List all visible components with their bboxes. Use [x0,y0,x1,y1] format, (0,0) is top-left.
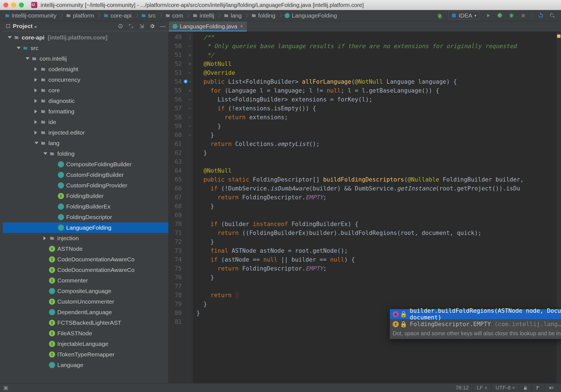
tree-node-diagnostic[interactable]: diagnostic [3,96,168,106]
update-project-icon[interactable] [537,12,544,19]
close-tab-icon[interactable]: × [240,23,243,29]
tab-languagefolding[interactable]: C LanguageFolding.java × [169,21,247,31]
svg-point-4 [120,26,121,26]
tree-node-astnode[interactable]: IASTNode [3,244,168,254]
navigation-bar: intellij-communityplatformcore-apisrccom… [0,10,561,21]
run-icon[interactable] [484,12,492,19]
tree-node-languagefolding[interactable]: CLanguageFolding [3,222,168,233]
completion-hint: Dot, space and some other keys will also… [390,329,561,339]
tree-node-codedocumentationawareco[interactable]: ICodeDocumentationAwareCo [3,265,168,275]
breadcrumb-folding[interactable]: folding [249,12,283,19]
breadcrumb-platform[interactable]: platform [64,12,102,19]
tree-node-compositefoldingbuilder[interactable]: CCompositeFoldingBuilder [3,159,168,170]
svg-rect-8 [550,387,551,389]
completion-popup[interactable]: m🔒builder.buildFoldRegions(ASTNode node,… [390,309,561,339]
breadcrumb-languagefolding[interactable]: CLanguageFolding [283,12,339,19]
file-encoding[interactable]: UTF-8 ≑ [491,383,519,392]
editor-tabs: C LanguageFolding.java × [169,21,561,32]
editor-area: C LanguageFolding.java × 49 50 51 52 53 … [169,21,561,383]
build-icon[interactable] [436,12,443,19]
tree-node-fileastnode[interactable]: IFileASTNode [3,328,168,339]
tree-node-codedocumentationawareco[interactable]: ICodeDocumentationAwareCo [3,254,168,265]
tree-node-compositelanguage[interactable]: CCompositeLanguage [3,286,168,296]
window-close-button[interactable] [3,3,8,8]
tree-node-ide[interactable]: ide [3,117,168,127]
breadcrumb-core-api[interactable]: core-api [102,12,139,19]
memory-indicator-icon[interactable] [545,383,558,392]
breadcrumb-com[interactable]: com [163,12,191,19]
expand-all-icon[interactable] [128,23,134,29]
tree-node-injection[interactable]: injection [3,233,168,244]
fold-gutter[interactable]: │ ⌐ ⊟ ⊟ ⌐ ⌐ ⊟ ⌐ ⌐ ⌐ ⌐ ⌐ [188,32,193,383]
macos-titlebar: intellij-community [~/intellij-community… [0,0,561,10]
search-icon[interactable] [549,12,556,19]
line-number-gutter[interactable]: 49 50 51 52 53 54 55 56 57 58 59 60 61 6… [169,32,188,383]
tree-node-core[interactable]: core [3,85,168,96]
caret-position[interactable]: 78:12 [452,383,473,392]
tree-node-folding[interactable]: folding [3,148,168,159]
svg-rect-1 [522,14,525,17]
window-minimize-button[interactable] [11,3,16,8]
project-header: Project ⇲ — [3,21,168,31]
debug-icon[interactable] [496,12,503,19]
tree-node-concurrency[interactable]: concurrency [3,75,168,85]
tree-node-itokentyperemapper[interactable]: IITokenTypeRemapper [3,349,168,360]
tree-node-injected-editor[interactable]: injected.editor [3,127,168,138]
tree-node-commenter[interactable]: ICommenter [3,275,168,286]
completion-item[interactable]: m🔒builder.buildFoldRegions(ASTNode node,… [390,309,561,319]
hide-panel-icon[interactable]: — [160,23,166,29]
inspection-indicator[interactable] [557,34,560,38]
tree-node-core-api[interactable]: core-api [intellij.platform.core] [3,32,168,43]
class-icon: C [173,24,178,29]
tree-node-formatting[interactable]: formatting [3,106,168,117]
collapse-all-icon[interactable]: ⇲ [139,23,144,29]
window-title: intellij-community [~/intellij-community… [41,2,364,8]
tree-node-fctsbackedlighterast[interactable]: IFCTSBackedLighterAST [3,317,168,328]
chevron-down-icon: ▾ [474,13,476,18]
breadcrumb-src[interactable]: src [139,12,163,19]
toolwindows-toggle-icon[interactable]: ▣ [3,384,8,391]
breadcrumb-intellij-community[interactable]: intellij-community [3,12,64,19]
tree-node-language[interactable]: CLanguage [3,360,168,370]
tree-node-com-intellij[interactable]: com.intellij [3,53,168,64]
git-branch-icon[interactable] [532,383,545,392]
override-gutter-icon[interactable] [183,79,188,84]
tree-node-foldingbuilder[interactable]: IFoldingBuilder [3,191,168,201]
status-bar: ▣ 78:12 LF ≑ UTF-8 ≑ [0,383,561,392]
locate-icon[interactable] [118,23,123,29]
svg-rect-0 [452,14,456,18]
tree-node-codeinsight[interactable]: codeInsight [3,64,168,75]
tree-node-customfoldingprovider[interactable]: CCustomFoldingProvider [3,180,168,191]
window-zoom-button[interactable] [19,3,24,8]
gear-icon[interactable] [149,23,155,29]
breadcrumb-intellij[interactable]: intellij [191,12,222,19]
left-tool-stripe[interactable] [0,21,3,383]
code-editor[interactable]: 49 50 51 52 53 54 55 56 57 58 59 60 61 6… [169,32,561,383]
completion-item[interactable]: f🔒FoldingDescriptor.EMPTY (com.intellij.… [390,319,561,329]
svg-rect-2 [6,24,10,28]
project-tree[interactable]: core-api [intellij.platform.core]srccom.… [3,31,168,383]
stop-icon [520,12,527,19]
run-config-label: IDEA [459,12,472,19]
tree-node-customuncommenter[interactable]: ICustomUncommenter [3,296,168,307]
tree-node-injectablelanguage[interactable]: IInjectableLanguage [3,339,168,349]
breadcrumb-lang[interactable]: lang [222,12,249,19]
svg-rect-5 [15,37,16,39]
tree-node-lang[interactable]: lang [3,138,168,148]
intellij-logo-icon [31,2,37,8]
tree-node-dependentlanguage[interactable]: CDependentLanguage [3,307,168,317]
tree-node-customfoldingbuilder[interactable]: CCustomFoldingBuilder [3,170,168,180]
main-split: Project ⇲ — core-api [intellij.platform.… [0,21,561,383]
coverage-icon[interactable] [508,12,515,19]
line-separator[interactable]: LF ≑ [473,383,491,392]
tree-node-src[interactable]: src [3,43,168,53]
tab-label: LanguageFolding.java [180,23,237,30]
project-view-selector[interactable]: Project [13,23,37,29]
tree-node-foldingbuilderex[interactable]: CFoldingBuilderEx [3,201,168,212]
readonly-lock-icon[interactable] [519,383,532,392]
tree-node-foldingdescriptor[interactable]: CFoldingDescriptor [3,212,168,222]
project-tool-window: Project ⇲ — core-api [intellij.platform.… [3,21,169,383]
run-configuration-selector[interactable]: IDEA ▾ [448,11,479,20]
